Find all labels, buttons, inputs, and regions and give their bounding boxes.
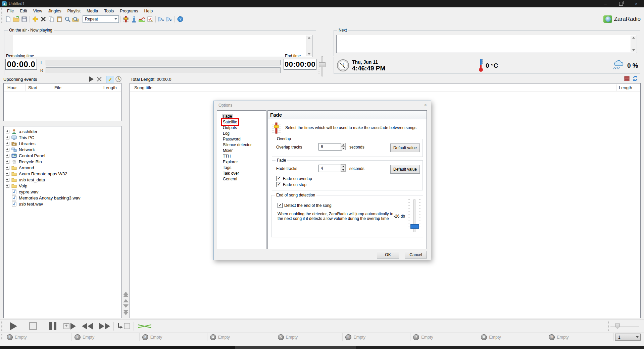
enable-events-toggle[interactable]: ✓ [106, 76, 114, 83]
expand-icon[interactable] [6, 184, 9, 188]
detect-end-row[interactable]: ✓ Detect the end of the song [278, 203, 332, 208]
taskbar-tray-area[interactable] [356, 346, 644, 349]
expand-icon[interactable] [6, 136, 9, 139]
playlist-log-icon[interactable] [624, 76, 630, 81]
overlap-tracks-input[interactable] [318, 143, 342, 151]
col-song-title[interactable]: Song title [134, 85, 152, 90]
now-playing-list[interactable] [13, 35, 312, 57]
nav-satellite[interactable]: Satellite [217, 119, 266, 125]
threshold-slider[interactable] [408, 199, 421, 233]
fast-forward-button[interactable] [99, 323, 110, 330]
slider-handle[interactable] [410, 224, 419, 229]
fade-on-overlap-row[interactable]: ✓ Fade on overlap [276, 176, 312, 181]
nav-talk-over[interactable]: Talk over [217, 170, 266, 176]
nav-explorer[interactable]: Explorer [217, 159, 266, 165]
jingle-slot-9[interactable]: 9Empty [546, 333, 614, 341]
tree-item-folder-armand[interactable]: Armand [6, 165, 34, 171]
overlap-spinner[interactable] [341, 143, 346, 150]
tree-item-recycle-bin[interactable]: Recycle Bin [6, 159, 42, 165]
options-nav-tree[interactable]: Fade Satellite Outputs Log Password Sile… [217, 110, 266, 249]
scroll-top-button[interactable] [123, 292, 129, 297]
jingle-slot-5[interactable]: 5Empty [275, 333, 343, 341]
nav-password[interactable]: Password [217, 136, 266, 142]
new-playlist-icon[interactable] [4, 15, 12, 23]
col-file[interactable]: File [54, 85, 61, 90]
search-folder-icon[interactable] [71, 15, 80, 23]
restore-button[interactable] [613, 0, 629, 7]
next-list[interactable] [336, 35, 637, 53]
scroll-up-icon[interactable] [632, 37, 635, 39]
tree-item-folder-voip[interactable]: Voip [6, 183, 27, 189]
deck-volume-slider[interactable] [318, 56, 326, 76]
jingle-slot-4[interactable]: 4Empty [207, 333, 275, 341]
tree-item-folder-usb-test-data[interactable]: usb test_data [6, 177, 45, 183]
delete-event-icon[interactable] [97, 76, 102, 82]
col-song-length[interactable]: Length [619, 85, 632, 90]
menu-edit[interactable]: Edit [17, 8, 30, 14]
jingle-slot-8[interactable]: 8Empty [478, 333, 546, 341]
expand-icon[interactable] [6, 178, 9, 182]
paste-icon[interactable] [55, 15, 63, 23]
close-button[interactable]: × [629, 0, 644, 7]
detect-end-checkbox[interactable]: ✓ [278, 203, 283, 208]
goto-end-button[interactable] [117, 323, 130, 330]
jingle-page-dropdown[interactable]: 1 [615, 334, 641, 341]
play-deck1-icon[interactable]: 1 [157, 15, 165, 23]
taskbar-app-button[interactable] [235, 346, 356, 349]
fade-on-stop-row[interactable]: ✓ Fade on stop [276, 182, 306, 187]
scroll-up-icon[interactable] [308, 37, 310, 39]
delete-icon[interactable] [39, 15, 47, 23]
nav-log[interactable]: Log [217, 130, 266, 136]
copy-icon[interactable] [47, 15, 55, 23]
scroll-down-icon[interactable] [308, 53, 310, 55]
menu-programs[interactable]: Programs [117, 8, 141, 14]
time-announce-icon[interactable] [130, 15, 138, 23]
refresh-icon[interactable] [632, 75, 638, 81]
menu-media[interactable]: Media [84, 8, 101, 14]
expand-icon[interactable] [6, 154, 9, 158]
nav-tags[interactable]: Tags [217, 165, 266, 170]
help-icon[interactable]: ? [176, 15, 184, 23]
file-tree-panel[interactable]: a.schilder This PC Libraries Network Con… [3, 126, 121, 318]
play-button[interactable] [10, 322, 17, 330]
jingle-slot-7[interactable]: 7Empty [410, 333, 478, 341]
expand-icon[interactable] [6, 166, 9, 170]
cue-play-button[interactable] [63, 323, 76, 330]
nav-mixer[interactable]: Mixer [217, 148, 266, 153]
menu-help[interactable]: Help [141, 8, 156, 14]
nav-outputs[interactable]: Outputs [217, 125, 266, 130]
col-length[interactable]: Length [103, 85, 117, 90]
col-hour[interactable]: Hour [7, 85, 17, 90]
expand-icon[interactable] [6, 142, 9, 146]
expand-icon[interactable] [6, 172, 9, 176]
tree-item-control-panel[interactable]: Control Panel [6, 153, 45, 159]
open-icon[interactable] [12, 15, 20, 23]
next-scrollbar[interactable] [631, 36, 636, 52]
slider-handle[interactable] [319, 62, 326, 67]
menu-playlist[interactable]: Playlist [64, 8, 84, 14]
jingle-slot-1[interactable]: 1Empty [4, 333, 72, 341]
tree-item-wav-memories[interactable]: Memories Anoray backing3.wav [6, 195, 81, 201]
crossfade-button[interactable] [137, 323, 152, 329]
fade-on-stop-checkbox[interactable]: ✓ [276, 182, 281, 187]
rewind-button[interactable] [82, 323, 93, 330]
scroll-up-button[interactable] [123, 299, 129, 302]
fade-default-button[interactable]: Default value [390, 165, 420, 174]
mixer-icon[interactable] [122, 15, 130, 23]
col-start[interactable]: Start [28, 85, 37, 90]
save-icon[interactable] [20, 15, 28, 23]
tree-item-folder-axum[interactable]: Axum Remote apps W32 [6, 171, 67, 177]
jingle-slot-6[interactable]: 6Empty [343, 333, 410, 341]
events-check-icon[interactable] [146, 15, 154, 23]
tree-item-wav-cypre[interactable]: cypre.wav [6, 189, 39, 195]
minimize-button[interactable]: – [598, 0, 613, 7]
play-event-icon[interactable] [88, 76, 94, 82]
master-volume-slider[interactable] [610, 323, 639, 329]
nav-tth[interactable]: TTH [217, 153, 266, 159]
tree-item-network[interactable]: Network [6, 147, 35, 153]
nav-fade[interactable]: Fade [217, 113, 266, 119]
menu-tools[interactable]: Tools [101, 8, 117, 14]
fade-tracks-input[interactable] [318, 165, 342, 172]
ok-button[interactable]: OK [377, 251, 399, 258]
menu-jingles[interactable]: Jingles [45, 8, 64, 14]
